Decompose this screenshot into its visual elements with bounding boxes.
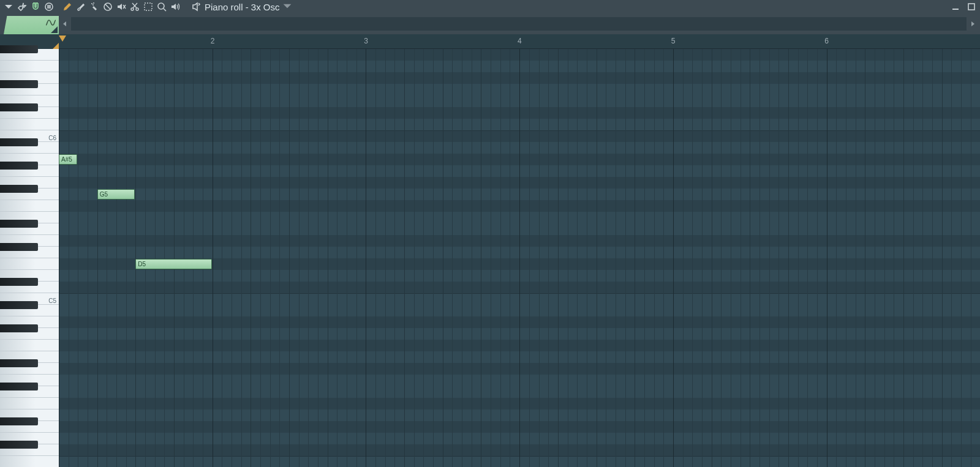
grid-line (174, 49, 175, 467)
piano-key[interactable] (0, 456, 59, 467)
midi-note[interactable]: G5 (97, 189, 135, 200)
bar-number: 4 (518, 37, 522, 45)
wrench-icon[interactable] (16, 1, 28, 13)
svg-point-5 (131, 8, 134, 10)
piano-black-key[interactable] (0, 417, 38, 425)
grid-line (788, 49, 789, 467)
octave-label: C6 (48, 135, 56, 141)
menu-dropdown-icon[interactable] (2, 1, 15, 13)
grid-line (260, 49, 261, 467)
grid-line (59, 49, 59, 467)
time-ruler[interactable]: 23456 (59, 34, 980, 49)
grid-line (222, 49, 222, 467)
pattern-tab-active[interactable] (4, 16, 59, 34)
tab-corner-icon (51, 26, 58, 33)
scroll-right-icon[interactable] (967, 17, 979, 31)
window-title[interactable]: Piano roll - 3x Osc (191, 1, 296, 13)
spray-icon[interactable] (88, 1, 100, 13)
playhead-icon[interactable] (59, 35, 66, 42)
grid-line (491, 49, 491, 467)
disable-icon[interactable] (102, 1, 114, 13)
minimize-icon[interactable] (949, 1, 962, 13)
svg-point-8 (158, 3, 164, 9)
grid-line (903, 49, 904, 467)
grid-line (299, 49, 300, 467)
grid-line (213, 49, 213, 467)
grid-line (875, 49, 875, 467)
piano-key[interactable] (0, 200, 59, 212)
piano-keyboard[interactable]: C6C5 (0, 34, 59, 467)
piano-key[interactable] (0, 119, 59, 130)
grid-line (750, 49, 750, 467)
piano-black-key[interactable] (0, 278, 38, 286)
grid-line (597, 49, 597, 467)
piano-key[interactable] (0, 340, 59, 351)
grid-line (155, 49, 156, 467)
piano-black-key[interactable] (0, 243, 38, 251)
grid-line (539, 49, 540, 467)
toolbar: Piano roll - 3x Osc (0, 0, 980, 13)
grid-line (654, 49, 655, 467)
svg-point-2 (93, 2, 94, 4)
grid-line (414, 49, 415, 467)
grid-line (510, 49, 510, 467)
grid-line (164, 49, 165, 467)
piano-black-key[interactable] (0, 359, 38, 367)
grid-line (356, 49, 357, 467)
speaker-icon[interactable] (169, 1, 181, 13)
svg-point-6 (136, 8, 138, 10)
zoom-icon[interactable] (156, 1, 168, 13)
piano-black-key[interactable] (0, 138, 38, 146)
grid-line (778, 49, 779, 467)
grid-line (856, 49, 856, 467)
piano-black-key[interactable] (0, 45, 38, 53)
piano-key[interactable] (0, 61, 59, 72)
pattern-tabs (0, 13, 980, 34)
select-icon[interactable] (142, 1, 154, 13)
piano-key[interactable] (0, 258, 59, 270)
grid-line (702, 49, 703, 467)
grid-line (932, 49, 933, 467)
piano-black-key[interactable] (0, 80, 38, 88)
midi-note[interactable]: D5 (135, 259, 211, 269)
midi-note[interactable]: A#5 (59, 154, 77, 165)
pencil-icon[interactable] (61, 1, 74, 13)
grid-line (347, 49, 347, 467)
scroll-track[interactable] (71, 17, 967, 31)
play-start-marker-icon[interactable] (53, 43, 59, 49)
horizontal-scrollbar[interactable] (59, 17, 979, 31)
scroll-left-icon[interactable] (59, 17, 71, 31)
title-dropdown-icon[interactable] (282, 1, 296, 13)
cut-icon[interactable] (129, 1, 141, 13)
piano-black-key[interactable] (0, 103, 38, 111)
piano-black-key[interactable] (0, 220, 38, 228)
svg-point-1 (91, 3, 92, 4)
grid-line (135, 49, 136, 467)
list-icon[interactable] (43, 1, 55, 13)
piano-black-key[interactable] (0, 441, 38, 449)
magnet-icon[interactable] (29, 1, 42, 13)
piano-black-key[interactable] (0, 324, 38, 332)
grid-line (577, 49, 578, 467)
grid-line (500, 49, 501, 467)
piano-black-key[interactable] (0, 185, 38, 193)
svg-point-3 (92, 4, 94, 6)
piano-black-key[interactable] (0, 301, 38, 309)
bar-number: 2 (211, 37, 215, 45)
mute-icon[interactable] (115, 1, 127, 13)
grid-line (961, 49, 962, 467)
grid-line (625, 49, 626, 467)
grid-line (913, 49, 914, 467)
brush-icon[interactable] (75, 1, 87, 13)
grid-line (241, 49, 242, 467)
piano-black-key[interactable] (0, 162, 38, 170)
grid-line (251, 49, 251, 467)
grid-line (145, 49, 146, 467)
piano-key[interactable] (0, 398, 59, 409)
grid-line (318, 49, 318, 467)
piano-black-key[interactable] (0, 383, 38, 390)
note-grid[interactable]: 23456 A#5G5D5 (59, 34, 980, 467)
grid-line (635, 49, 635, 467)
bar-number: 5 (671, 37, 676, 45)
maximize-icon[interactable] (965, 1, 978, 13)
